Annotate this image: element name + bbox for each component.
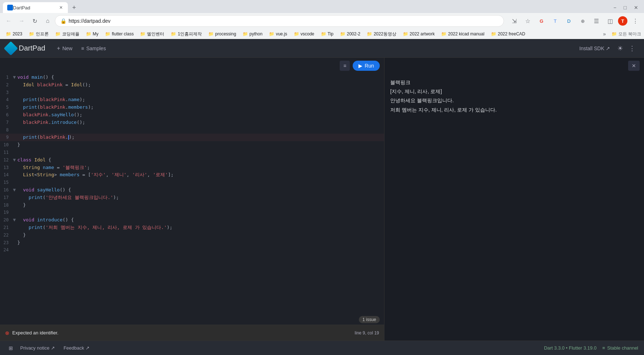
tab-favicon — [7, 5, 13, 10]
ext-translate[interactable]: T — [549, 15, 561, 27]
channel-label: Stable channel — [607, 345, 638, 351]
code-line-16: 16 ▼ void sayHello() { — [0, 186, 384, 194]
folder-icon: 📁 — [491, 31, 496, 36]
new-tab-btn[interactable]: + — [69, 3, 79, 13]
bookmark-btn[interactable]: ☆ — [522, 15, 534, 27]
output-clear-btn[interactable]: ✕ — [628, 61, 640, 71]
profile-avatar[interactable]: T — [618, 16, 627, 26]
bookmark-infron[interactable]: 📁 인프론 — [26, 30, 52, 38]
code-line-23: 23 } — [0, 239, 384, 247]
sidebar-btn[interactable]: ◫ — [604, 15, 616, 27]
reading-list-btn[interactable]: ☰ — [591, 15, 602, 27]
bookmark-tip[interactable]: 📁 Tip — [318, 30, 336, 38]
code-line-11: 11 — [0, 149, 384, 156]
feedback-label: Feedback — [64, 345, 84, 351]
bookmark-label: 1인홈피제작 — [178, 31, 202, 37]
code-line-2: 2 Idol blackPink = Idol(); — [0, 81, 384, 89]
code-line-17: 17 print('안녕하세요 블랙핑크입니다.'); — [0, 194, 384, 202]
theme-toggle-btn[interactable]: ☀ — [614, 42, 626, 55]
forward-btn[interactable]: → — [16, 15, 27, 27]
bookmark-vscode[interactable]: 📁 vscode — [291, 30, 317, 38]
bookmark-2023[interactable]: 📁 2023 — [3, 30, 25, 38]
bookmark-elinventor[interactable]: 📁 엘인벤터 — [137, 30, 167, 38]
ext-unknown1[interactable]: ⊕ — [577, 15, 588, 27]
maximize-btn[interactable]: □ — [621, 3, 630, 12]
browser-chrome: DartPad ✕ + − □ ✕ ← → ↻ ⌂ 🔒 https://dart… — [0, 0, 644, 39]
bookmark-2022artwork[interactable]: 📁 2022 artwork — [400, 30, 438, 38]
bookmark-label: 코딩애플 — [62, 31, 79, 37]
bookmark-flutter[interactable]: 📁 flutter class — [102, 30, 137, 38]
back-btn[interactable]: ← — [3, 15, 14, 27]
code-line-4: 4 print(blackPink.name); — [0, 96, 384, 104]
bookmark-kicad[interactable]: 📁 2022 kicad manual — [438, 30, 487, 38]
folder-icon: 📁 — [105, 31, 110, 36]
bookmark-my[interactable]: 📁 My — [83, 30, 101, 38]
bookmark-label: processing — [215, 31, 236, 36]
stable-channel-btn[interactable]: ≡ Stable channel — [602, 345, 638, 351]
app-header: DartPad + New ≡ Samples Install SDK ↗ ☀ … — [0, 39, 644, 58]
reload-btn[interactable]: ↻ — [29, 15, 40, 27]
error-icon: ⊗ — [5, 330, 9, 336]
privacy-notice-link[interactable]: Privacy notice ↗ — [16, 344, 59, 352]
menu-btn[interactable]: ⋮ — [630, 15, 641, 27]
all-bookmarks-btn[interactable]: 📁 모든 북마크 — [612, 31, 641, 37]
code-line-20: 20 ▼ void introduce() { — [0, 216, 384, 224]
bookmark-label: 2002-2 — [347, 31, 360, 36]
cast-btn[interactable]: ⇲ — [508, 15, 520, 27]
new-label: New — [62, 46, 73, 51]
bookmarks-more-btn[interactable]: » — [601, 30, 608, 38]
bookmark-label: flutter class — [112, 31, 134, 36]
format-btn[interactable]: ≡ — [340, 61, 350, 71]
active-tab[interactable]: DartPad ✕ — [3, 2, 68, 13]
folder-icon: 📁 — [441, 31, 447, 36]
bookmark-label: 엘인벤터 — [147, 31, 164, 37]
home-btn[interactable]: ⌂ — [42, 15, 53, 27]
install-sdk-btn[interactable]: Install SDK ↗ — [575, 43, 614, 53]
lock-icon: 🔒 — [60, 18, 66, 24]
error-bar: ⊗ Expected an identifier. line 9, col 19 — [0, 325, 384, 341]
close-btn[interactable]: ✕ — [631, 3, 641, 12]
bookmark-label: vscode — [301, 31, 314, 36]
issues-badge[interactable]: 1 issue — [359, 316, 380, 323]
code-line-18: 18 } — [0, 202, 384, 209]
bookmark-label: 2022 artwork — [410, 31, 435, 36]
bookmark-label: 2023 — [13, 31, 22, 36]
error-position: line 9, col 19 — [355, 330, 379, 335]
code-line-22: 22 } — [0, 231, 384, 239]
code-line-9: 9 print(blackPink.); — [0, 134, 384, 141]
ext-dart[interactable]: D — [563, 15, 575, 27]
dartpad-app: DartPad + New ≡ Samples Install SDK ↗ ☀ … — [0, 39, 644, 355]
tab-close-btn[interactable]: ✕ — [58, 5, 64, 10]
overflow-menu-btn[interactable]: ⋮ — [626, 42, 638, 55]
bookmark-2002-2[interactable]: 📁 2002-2 — [337, 30, 363, 38]
code-line-14: 14 List<String> members = ['지수', '제니', '… — [0, 171, 384, 179]
footer-icon-btn[interactable]: ⊞ — [6, 344, 16, 352]
folder-icon: 📁 — [55, 31, 61, 36]
minimize-btn[interactable]: − — [610, 3, 619, 12]
folder-icon: 📁 — [86, 31, 91, 36]
code-editor[interactable]: 1 ▼ void main() { 2 Idol blackPink = Ido… — [0, 74, 384, 315]
folder-icon: 📁 — [6, 31, 11, 36]
bookmark-python[interactable]: 📁 python — [240, 30, 265, 38]
code-line-19: 19 — [0, 209, 384, 216]
bookmark-label: python — [249, 31, 262, 36]
browser-actions: ⇲ ☆ G T D ⊕ ☰ ◫ T ⋮ — [508, 15, 641, 27]
feedback-link[interactable]: Feedback ↗ — [59, 344, 94, 352]
folder-icon: 📁 — [140, 31, 145, 36]
new-btn[interactable]: + New — [52, 43, 77, 54]
output-toolbar: ✕ — [384, 58, 644, 74]
output-line-1: 블랙핑크 — [390, 78, 638, 87]
ext-google-docs[interactable]: G — [536, 15, 547, 27]
tab-bar: DartPad ✕ + − □ ✕ — [0, 0, 644, 13]
bookmark-vuejs[interactable]: 📁 vue.js — [266, 30, 290, 38]
bookmark-coding[interactable]: 📁 코딩애플 — [52, 30, 82, 38]
error-message: Expected an identifier. — [12, 330, 352, 335]
bookmark-processing[interactable]: 📁 processing — [205, 30, 239, 38]
main-content: ≡ ▶ Run 1 ▼ void main() { 2 I — [0, 58, 644, 341]
bookmark-freecad[interactable]: 📁 2022 freeCAD — [488, 30, 528, 38]
bookmark-homepage[interactable]: 📁 1인홈피제작 — [168, 30, 205, 38]
bookmark-2022video[interactable]: 📁 2022동영상 — [364, 30, 399, 38]
run-btn[interactable]: ▶ Run — [353, 61, 380, 71]
samples-btn[interactable]: ≡ Samples — [77, 43, 110, 53]
address-bar[interactable]: 🔒 https://dartpad.dev — [55, 15, 504, 27]
